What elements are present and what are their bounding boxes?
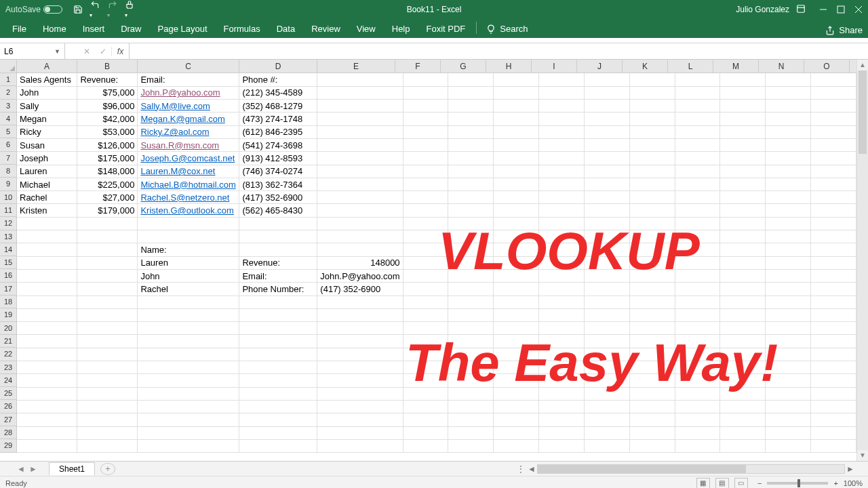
cell-I2[interactable] <box>539 86 585 99</box>
cell-B10[interactable]: $27,000 <box>77 191 138 204</box>
cell-M18[interactable] <box>720 296 766 308</box>
cell-G16[interactable] <box>448 269 494 282</box>
row-header-9[interactable]: 9 <box>0 178 16 190</box>
cell-A7[interactable]: Joseph <box>17 152 77 165</box>
cell-H18[interactable] <box>494 296 539 308</box>
cell-C24[interactable] <box>138 374 239 387</box>
cell-O6[interactable] <box>811 138 856 151</box>
cell-M27[interactable] <box>720 413 766 426</box>
cell-H1[interactable] <box>494 73 539 86</box>
cell-O3[interactable] <box>811 100 856 113</box>
cell-G11[interactable] <box>448 204 494 217</box>
cell-J26[interactable] <box>584 400 629 413</box>
cell-B11[interactable]: $179,000 <box>77 204 138 217</box>
cell-B15[interactable] <box>77 256 138 269</box>
cell-M25[interactable] <box>720 387 766 400</box>
cell-K10[interactable] <box>629 191 675 204</box>
cell-M19[interactable] <box>720 308 766 321</box>
cell-N22[interactable] <box>766 348 811 361</box>
cell-H5[interactable] <box>494 125 539 138</box>
cell-C18[interactable] <box>138 296 239 308</box>
cell-E4[interactable] <box>317 113 403 125</box>
cell-M8[interactable] <box>720 165 766 178</box>
cell-N16[interactable] <box>766 269 811 282</box>
cell-A8[interactable]: Lauren <box>17 165 77 178</box>
col-header-L[interactable]: L <box>668 60 713 73</box>
cell-L17[interactable] <box>675 283 720 296</box>
cell-O22[interactable] <box>811 348 856 361</box>
cell-J15[interactable] <box>584 256 629 269</box>
cell-C16[interactable]: John <box>138 269 239 282</box>
row-header-29[interactable]: 29 <box>0 439 16 452</box>
row-header-8[interactable]: 8 <box>0 165 16 178</box>
cell-I24[interactable] <box>539 374 585 387</box>
cell-K16[interactable] <box>629 269 675 282</box>
cell-F7[interactable] <box>403 152 448 165</box>
cell-C8[interactable]: Lauren.M@cox.net <box>138 165 239 178</box>
tab-draw[interactable]: Draw <box>113 20 149 38</box>
cell-D9[interactable]: (813) 362-7364 <box>239 178 317 190</box>
cell-I7[interactable] <box>539 152 585 165</box>
cell-B16[interactable] <box>77 269 138 282</box>
cell-C4[interactable]: Megan.K@gmail.com <box>138 113 239 125</box>
close-icon[interactable] <box>854 5 863 14</box>
cell-O2[interactable] <box>811 86 856 99</box>
cell-C23[interactable] <box>138 361 239 374</box>
cell-H6[interactable] <box>494 138 539 151</box>
cell-B17[interactable] <box>77 283 138 296</box>
cell-M4[interactable] <box>720 113 766 125</box>
cell-E7[interactable] <box>317 152 403 165</box>
cell-I12[interactable] <box>539 217 585 230</box>
cell-E24[interactable] <box>317 374 403 387</box>
scroll-right-icon[interactable]: ► <box>845 464 856 474</box>
cell-F5[interactable] <box>403 125 448 138</box>
cell-A14[interactable] <box>17 243 77 256</box>
cell-N1[interactable] <box>766 73 811 86</box>
cell-I1[interactable] <box>539 73 585 86</box>
cell-F23[interactable] <box>403 361 448 374</box>
cell-N12[interactable] <box>766 217 811 230</box>
cell-F9[interactable] <box>403 178 448 190</box>
row-header-24[interactable]: 24 <box>0 374 16 387</box>
cell-A9[interactable]: Michael <box>17 178 77 190</box>
cell-N8[interactable] <box>766 165 811 178</box>
cell-L23[interactable] <box>675 361 720 374</box>
cell-F3[interactable] <box>403 100 448 113</box>
cell-N19[interactable] <box>766 308 811 321</box>
cell-E3[interactable] <box>317 100 403 113</box>
undo-icon[interactable]: ▾ <box>90 0 100 19</box>
tab-formulas[interactable]: Formulas <box>216 20 269 38</box>
cell-H13[interactable] <box>494 230 539 243</box>
cell-E17[interactable]: (417) 352-6900 <box>317 283 403 296</box>
cell-L6[interactable] <box>675 138 720 151</box>
cell-E19[interactable] <box>317 308 403 321</box>
col-header-G[interactable]: G <box>441 60 486 73</box>
cell-I28[interactable] <box>539 426 585 439</box>
enter-formula-icon[interactable]: ✓ <box>95 47 111 56</box>
cell-A17[interactable] <box>17 283 77 296</box>
cell-O29[interactable] <box>811 439 856 452</box>
cell-D1[interactable]: Phone #: <box>239 73 317 86</box>
cell-J22[interactable] <box>584 348 629 361</box>
cell-E2[interactable] <box>317 86 403 99</box>
cell-D29[interactable] <box>239 439 317 452</box>
row-header-14[interactable]: 14 <box>0 243 16 256</box>
cell-D13[interactable] <box>239 230 317 243</box>
cell-H3[interactable] <box>494 100 539 113</box>
cell-B8[interactable]: $148,000 <box>77 165 138 178</box>
cell-O24[interactable] <box>811 374 856 387</box>
cell-C1[interactable]: Email: <box>138 73 239 86</box>
cell-N10[interactable] <box>766 191 811 204</box>
cell-K7[interactable] <box>629 152 675 165</box>
cell-H2[interactable] <box>494 86 539 99</box>
cell-O14[interactable] <box>811 243 856 256</box>
cell-G1[interactable] <box>448 73 494 86</box>
select-all-corner[interactable] <box>0 60 17 73</box>
cell-L22[interactable] <box>675 348 720 361</box>
cell-F18[interactable] <box>403 296 448 308</box>
cell-M13[interactable] <box>720 230 766 243</box>
cell-L10[interactable] <box>675 191 720 204</box>
scroll-up-icon[interactable]: ▲ <box>857 60 868 70</box>
cell-I17[interactable] <box>539 283 585 296</box>
cell-J20[interactable] <box>584 322 629 335</box>
